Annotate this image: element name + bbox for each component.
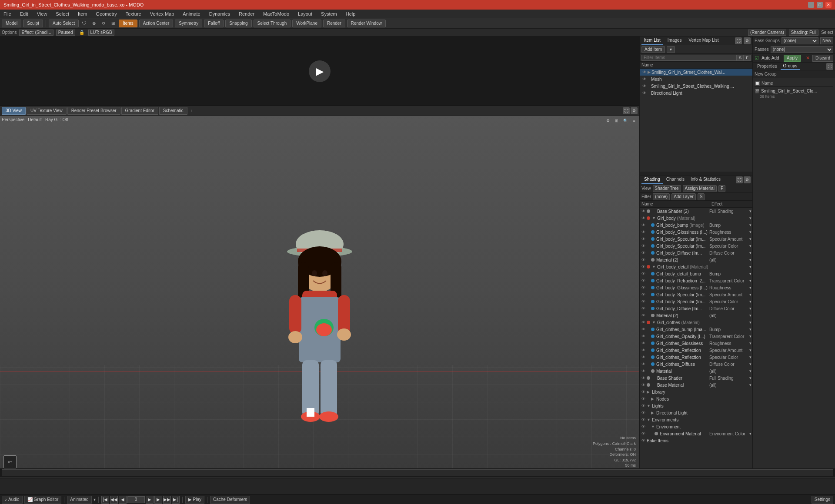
render-window-button[interactable]: Render Window <box>347 20 386 27</box>
auto-select-button[interactable]: Auto Select <box>49 20 79 27</box>
shader-row-clothes-mat[interactable]: 👁 Material (all) ▾ <box>640 368 752 375</box>
menu-select[interactable]: Select <box>54 11 71 17</box>
transport-next-key[interactable]: ▶▶ <box>163 496 171 504</box>
shader-row-env-mat[interactable]: 👁 Environment Material Environment Color… <box>640 430 752 437</box>
shader-row-detail-spec2[interactable]: 👁 Girl_body_Specular (Im... Specular Col… <box>640 298 752 305</box>
shader-row-environment[interactable]: 👁 ▼ Environment <box>640 423 752 430</box>
shader-row-dir-light[interactable]: 👁 ▶ Directional Light <box>640 409 752 416</box>
shader-eye-32[interactable]: 👁 <box>641 431 646 436</box>
shader-eye-31[interactable]: 👁 <box>641 424 646 429</box>
add-tab-button[interactable]: + <box>188 108 194 113</box>
timeline[interactable] <box>0 478 835 494</box>
action-center-button[interactable]: Action Center <box>139 20 174 27</box>
menu-help[interactable]: Help <box>344 11 357 17</box>
add-item-dropdown[interactable]: ▾ <box>667 46 675 53</box>
menu-texture[interactable]: Texture <box>124 11 143 17</box>
menu-edit[interactable]: Edit <box>18 11 30 17</box>
shader-arrow-16[interactable]: ▾ <box>749 320 752 325</box>
maximize-button[interactable]: □ <box>817 2 823 8</box>
shader-arrow-15[interactable]: ▾ <box>749 313 752 318</box>
shader-expand-30[interactable]: ▼ <box>647 418 651 422</box>
item-row-dlight[interactable]: 👁 Directional Light <box>640 90 752 96</box>
shader-row-library[interactable]: 👁 ▶ Library <box>640 388 752 395</box>
shader-arrow-0[interactable]: ▾ <box>749 209 752 213</box>
menu-layout[interactable]: Layout <box>296 11 314 17</box>
tab-images[interactable]: Images <box>665 37 685 45</box>
shader-row-clothes-gloss[interactable]: 👁 Girl_clothes_Glossiness Roughness ▾ <box>640 340 752 347</box>
add-item-button[interactable]: Add Item <box>641 46 665 53</box>
shader-eye-26[interactable]: 👁 <box>641 390 646 394</box>
discard-button[interactable]: Discard <box>812 55 833 62</box>
shader-expand-28[interactable]: ▼ <box>647 404 651 408</box>
settings-button[interactable]: Settings <box>812 496 833 504</box>
shader-expand-26[interactable]: ▶ <box>647 390 651 394</box>
item-list-scrollbar[interactable] <box>640 172 752 175</box>
tab-shading[interactable]: Shading <box>641 176 663 184</box>
tab-properties[interactable]: Properties <box>755 63 780 70</box>
shader-arrow-20[interactable]: ▾ <box>749 348 752 352</box>
pass-groups-select[interactable]: (none) <box>782 37 818 44</box>
shader-arrow-4[interactable]: ▾ <box>749 237 752 241</box>
play-button[interactable]: ▶ Play <box>185 496 204 504</box>
item-row-clothes-walk[interactable]: 👁 Smiling_Girl_in_Street_Clothes_Walking… <box>640 83 752 90</box>
viewport-3d[interactable]: Perspective Default Ray GL: Off ⚙ ⊞ 🔍 ≡ … <box>0 116 639 472</box>
shader-eye-7[interactable]: 👁 <box>641 258 646 262</box>
shader-row-bake-items[interactable]: 👁 Bake Items <box>640 437 752 444</box>
shader-arrow-5[interactable]: ▾ <box>749 244 752 248</box>
shader-row-base-shader2[interactable]: 👁 Base Shader Full Shading ▾ <box>640 375 752 381</box>
transport-prev-frame[interactable]: ◀ <box>119 496 127 504</box>
shader-collapse-16[interactable]: ▼ <box>652 320 656 325</box>
lock-icon[interactable]: 🔒 <box>78 29 86 36</box>
tab-schematic[interactable]: Schematic <box>159 107 187 115</box>
shader-arrow-22[interactable]: ▾ <box>749 362 752 366</box>
shader-eye-24[interactable]: 👁 <box>641 376 646 380</box>
transport-go-start[interactable]: |◀ <box>101 496 109 504</box>
shader-eye-27[interactable]: 👁 <box>641 397 646 401</box>
shader-expand-29[interactable]: ▶ <box>651 411 655 415</box>
shading-expand-icon[interactable]: ⛶ <box>736 176 743 183</box>
assign-material-btn[interactable]: Assign Material <box>683 185 717 192</box>
shader-row-base-shader[interactable]: 👁 Base Shader (2) Full Shading ▾ <box>640 208 752 215</box>
passes-select[interactable]: (none) <box>771 46 833 53</box>
animated-dropdown[interactable]: ▾ <box>94 497 96 502</box>
render-button[interactable]: Render <box>323 20 345 27</box>
shader-row-clothes[interactable]: 👁 ▼ Girl_clothes (Material) ▾ <box>640 319 752 326</box>
menu-animate[interactable]: Animate <box>181 11 202 17</box>
shader-eye-23[interactable]: 👁 <box>641 369 646 373</box>
shader-eye-22[interactable]: 👁 <box>641 362 646 366</box>
shader-row-girl-body[interactable]: 👁 ▼ Girl_body (Material) ▾ <box>640 215 752 222</box>
shader-row-body-spec1[interactable]: 👁 Girl_body_Specular (Im... Specular Amo… <box>640 235 752 242</box>
filter-f-button[interactable]: F <box>744 55 751 61</box>
minimize-button[interactable]: ─ <box>808 2 814 8</box>
item-row-scene[interactable]: 👁 ▶ Smiling_Girl_in_Street_Clothes_Wal..… <box>640 69 752 76</box>
menu-vertex-map[interactable]: Vertex Map <box>148 11 176 17</box>
shading-value[interactable]: Shading: Full <box>789 30 818 36</box>
shader-row-body-spec2[interactable]: 👁 Girl_body_Specular (Im... Specular Col… <box>640 242 752 249</box>
shader-arrow-10[interactable]: ▾ <box>749 279 752 283</box>
model-button[interactable]: Model <box>2 20 21 27</box>
shader-eye-16[interactable]: 👁 <box>641 320 646 325</box>
tab-uv-texture[interactable]: UV Texture View <box>27 107 67 115</box>
viewport-settings-icon[interactable]: ⚙ <box>605 117 611 124</box>
scale-icon[interactable]: ⊞ <box>109 20 117 27</box>
lut-value[interactable]: LUT: sRGB <box>88 30 114 36</box>
shader-eye-18[interactable]: 👁 <box>641 334 646 338</box>
effect-value[interactable]: Effect: (Shadi... <box>19 30 53 36</box>
shading-options-icon[interactable]: ⚙ <box>744 176 751 183</box>
shader-eye-1[interactable]: 👁 <box>641 216 646 220</box>
shader-row-body-gloss[interactable]: 👁 Girl_body_Glossiness (I...) Roughness … <box>640 229 752 235</box>
shader-row-body-mat[interactable]: 👁 Material (2) (all) ▾ <box>640 256 752 263</box>
shader-eye-13[interactable]: 👁 <box>641 299 646 304</box>
shader-eye-0[interactable]: 👁 <box>641 209 646 213</box>
viewport-fit-icon[interactable]: ⊞ <box>613 117 620 124</box>
eye-icon-dlight[interactable]: 👁 <box>641 90 647 96</box>
filter-s-button[interactable]: S <box>737 55 744 61</box>
transport-prev-key[interactable]: ◀◀ <box>110 496 118 504</box>
shader-eye-30[interactable]: 👁 <box>641 418 646 422</box>
shader-arrow-21[interactable]: ▾ <box>749 355 752 359</box>
far-right-input[interactable] <box>2 469 833 476</box>
cache-deformers-button[interactable]: Cache Deformers <box>210 496 250 504</box>
item-list-content[interactable]: 👁 ▶ Smiling_Girl_in_Street_Clothes_Wal..… <box>640 69 752 172</box>
shader-arrow-23[interactable]: ▾ <box>749 369 752 373</box>
apply-button[interactable]: Apply <box>784 55 801 62</box>
